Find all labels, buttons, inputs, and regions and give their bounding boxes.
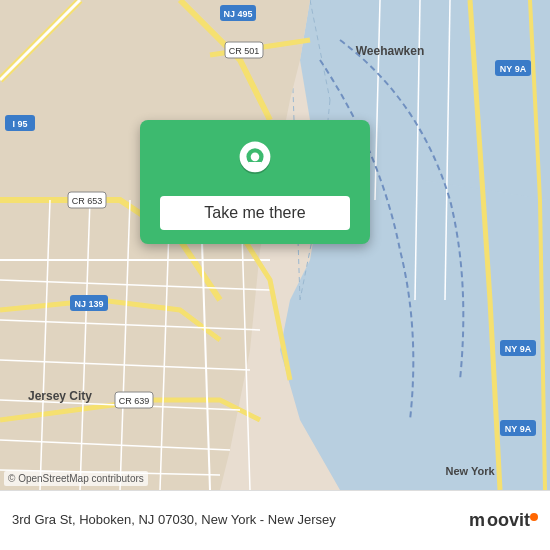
address-text: 3rd Gra St, Hoboken, NJ 07030, New York … [12,511,469,529]
map-container: I 95 NJ 495 CR 501 CR 653 NJ 139 CR 639 … [0,0,550,490]
svg-text:NY 9A: NY 9A [505,424,532,434]
bottom-bar: 3rd Gra St, Hoboken, NJ 07030, New York … [0,490,550,550]
take-me-there-button[interactable]: Take me there [160,196,350,230]
svg-text:I 95: I 95 [12,119,27,129]
svg-text:NJ 139: NJ 139 [74,299,103,309]
svg-text:CR 653: CR 653 [72,196,103,206]
svg-text:Weehawken: Weehawken [356,44,424,58]
map-background: I 95 NJ 495 CR 501 CR 653 NJ 139 CR 639 … [0,0,550,490]
svg-point-48 [251,153,260,162]
svg-text:NJ 495: NJ 495 [223,9,252,19]
svg-text:CR 501: CR 501 [229,46,260,56]
location-pin-icon [231,138,279,186]
moovit-logo-dot [530,513,538,521]
osm-credit: © OpenStreetMap contributors [4,471,148,486]
svg-text:Jersey City: Jersey City [28,389,92,403]
moovit-logo: m oovit [469,510,538,531]
svg-text:NY 9A: NY 9A [500,64,527,74]
moovit-logo-rest: oovit [487,510,530,531]
svg-text:New York: New York [445,465,495,477]
action-card: Take me there [140,120,370,244]
svg-text:CR 639: CR 639 [119,396,150,406]
moovit-logo-text: m [469,510,485,531]
svg-text:NY 9A: NY 9A [505,344,532,354]
